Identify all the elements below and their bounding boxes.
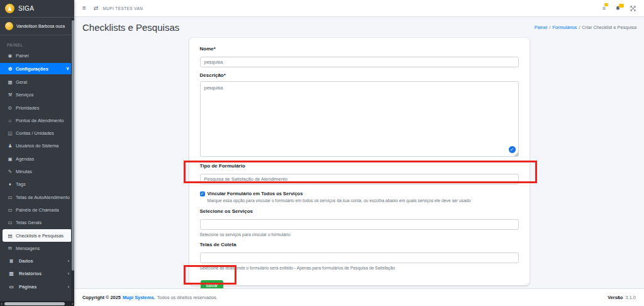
- servicos-help-text: Selecione os serviços para vincular o fo…: [200, 232, 519, 237]
- sidebar-item-configuracoes[interactable]: ⚙ Configurações ∨: [0, 63, 74, 74]
- sidebar-item-pontos-de-atendimento[interactable]: ⌂ Pontos de Atendimento: [0, 114, 74, 127]
- chevron-left-icon: ‹: [68, 271, 69, 276]
- servicos-label: Selecione os Serviços: [200, 208, 519, 214]
- servicos-input[interactable]: [200, 219, 519, 230]
- checklist-icon: ▤: [7, 233, 13, 239]
- tag-icon: ♦: [7, 181, 13, 187]
- footer-version-label: Versão: [608, 295, 623, 300]
- sidebar-item-contas-unidades[interactable]: ◫ Contas / Unidades: [0, 127, 74, 139]
- switch-account-icon[interactable]: ⇄: [94, 5, 99, 11]
- nome-field-group: Nome*: [200, 46, 519, 67]
- telas-help-text: Selecione as telas onde o formulário ser…: [200, 266, 519, 270]
- breadcrumb: Painel/Formulários/Criar Checklist e Pes…: [535, 25, 636, 30]
- chevron-down-icon: ∨: [66, 66, 69, 71]
- sidebar-item-minutas[interactable]: ✎ Minutas: [0, 165, 74, 178]
- footer: Copyright © 2025 Mupi Systems. Todos os …: [74, 288, 644, 306]
- breadcrumb-link-painel[interactable]: Painel: [535, 25, 548, 30]
- tipo-field-group: Tipo de Formulário: [200, 163, 519, 184]
- servicos-field-group: Selecione os Serviços Selecione os servi…: [200, 208, 519, 237]
- sidebar-item-usuarios-do-sistema[interactable]: ♟ Usuários do Sistema: [0, 140, 74, 152]
- chart-icon: ▥: [8, 271, 14, 276]
- page-title: Checklists e Pesquisas: [82, 22, 179, 33]
- address-book-icon: ▣: [7, 156, 13, 162]
- user-name: Vandeilson Barbosa ouza: [16, 24, 65, 28]
- app-logo-icon: ♟: [5, 4, 14, 13]
- sitemap-icon: ◫: [7, 130, 13, 136]
- tasks-list-icon[interactable]: ≡: [602, 5, 606, 11]
- breadcrumb-separator: /: [549, 25, 550, 30]
- footer-rights: Todos os direitos reservados.: [157, 295, 218, 300]
- sidebar-item-painel[interactable]: ◉ Painel: [0, 49, 74, 62]
- scrollbar-thumb[interactable]: [72, 20, 74, 271]
- vincular-checkbox[interactable]: ✓: [200, 191, 205, 196]
- sidebar-item-servicos[interactable]: ⚒ Serviços: [0, 89, 74, 101]
- scrollbar-thumb[interactable]: [4, 302, 65, 305]
- gauge-icon: ◉: [7, 53, 13, 59]
- main-area: ≡ ⇄ MUPI TESTES VAN ≡ Checklists e Pesqu…: [74, 0, 644, 306]
- vincular-help-text: Marque essa opção para vincular o formul…: [200, 198, 519, 203]
- sidebar-item-telas-gerais[interactable]: ▭ Telas Gerais: [0, 217, 74, 229]
- form-card: Nome* Descrição* pesquisa ✓ Tipo de Form…: [189, 38, 530, 285]
- top-navbar: ≡ ⇄ MUPI TESTES VAN ≡: [74, 0, 644, 17]
- sidebar-item-relatorios[interactable]: ▥ Relatórios ‹: [0, 268, 74, 280]
- printer-icon: ▦: [7, 79, 13, 85]
- hamburger-menu-icon[interactable]: ≡: [82, 5, 86, 11]
- envelope-icon: ✉: [7, 246, 13, 251]
- breadcrumb-separator: /: [579, 25, 580, 30]
- sidebar-item-agendas[interactable]: ▣ Agendas: [0, 152, 74, 165]
- brand-name: SIGA: [18, 5, 34, 12]
- telas-de-coleta-input[interactable]: [200, 252, 519, 263]
- database-icon: ≣: [8, 258, 14, 264]
- breadcrumb-link-formularios[interactable]: Formulários: [552, 25, 577, 30]
- sidebar-item-tags[interactable]: ♦ Tags: [0, 178, 74, 191]
- user-panel[interactable]: Vandeilson Barbosa ouza: [0, 18, 74, 35]
- sidebar-item-checklists-e-pesquisas[interactable]: ▤ Checklists e Pesquisas: [3, 229, 72, 242]
- monitor-icon: ▭: [7, 195, 13, 200]
- monitor-icon: ▭: [7, 207, 13, 213]
- monitor-icon: ▭: [7, 220, 13, 225]
- sidebar-item-mensagens[interactable]: ✉ Mensagens: [0, 242, 74, 254]
- nome-label: Nome*: [200, 46, 519, 52]
- vincular-label[interactable]: Vincular Formulário em Todos os Serviços: [208, 191, 303, 196]
- chevron-left-icon: ‹: [68, 259, 69, 263]
- edit-icon: ✎: [7, 169, 13, 174]
- users-icon: ♟: [7, 143, 13, 149]
- nome-input[interactable]: [200, 57, 519, 67]
- sidebar-item-geral[interactable]: ▦ Geral: [0, 76, 74, 88]
- sidebar-item-telas-de-autoatendimento[interactable]: ▭ Telas de AutoAtendimento: [0, 191, 74, 203]
- sidebar-nav: ◉ Painel ⚙ Configurações ∨ ▦ Geral ⚒ Ser…: [0, 49, 74, 293]
- sidebar-item-paineis-de-chamada[interactable]: ▭ Painéis de Chamada: [0, 203, 74, 216]
- sidebar-item-dados[interactable]: ≣ Dados ‹: [0, 254, 74, 267]
- vincular-field-group: ✓ Vincular Formulário em Todos os Serviç…: [200, 191, 519, 203]
- descricao-field-group: Descrição* pesquisa ✓: [200, 72, 519, 157]
- home-icon: ⌂: [7, 118, 13, 123]
- wrench-icon: ⚒: [7, 92, 13, 98]
- resize-grip-icon[interactable]: [514, 152, 518, 156]
- fullscreen-expand-icon[interactable]: [630, 6, 636, 11]
- sidebar-item-prioridades[interactable]: ⊙ Prioridades: [0, 101, 74, 114]
- telas-field-group: Telas de Coleta Selecione as telas onde …: [200, 242, 519, 270]
- sidebar-horizontal-scrollbar[interactable]: ◂ ▸: [0, 301, 74, 306]
- exclamation-circle-icon: ⊙: [7, 105, 13, 111]
- footer-copyright: Copyright © 2025: [82, 295, 121, 300]
- account-name[interactable]: MUPI TESTES VAN: [103, 6, 143, 11]
- sidebar-section-label: PAINEL: [7, 43, 74, 47]
- content-header: Checklists e Pesquisas Painel/Formulário…: [74, 17, 644, 37]
- tasks-badge: [604, 3, 608, 6]
- sidebar-vertical-scrollbar[interactable]: [71, 18, 74, 301]
- breadcrumb-current: Criar Checklist e Pesquisa: [582, 25, 636, 30]
- monitor-icon: ▭: [8, 284, 14, 290]
- brand[interactable]: ♟ SIGA: [0, 0, 74, 18]
- telas-de-coleta-label: Telas de Coleta: [200, 242, 519, 247]
- scroll-right-arrow-icon[interactable]: ▸: [72, 302, 74, 305]
- sidebar-item-paginas[interactable]: ▭ Páginas ‹: [0, 280, 74, 293]
- notifications-bell-icon[interactable]: [615, 6, 621, 11]
- avatar: [5, 22, 13, 30]
- descricao-textarea[interactable]: pesquisa: [200, 81, 519, 157]
- sidebar: ♟ SIGA Vandeilson Barbosa ouza PAINEL ◉ …: [0, 0, 74, 306]
- footer-company-link[interactable]: Mupi Systems.: [123, 295, 155, 300]
- tipo-formulario-label: Tipo de Formulário: [200, 163, 519, 169]
- tipo-formulario-select[interactable]: [200, 174, 519, 184]
- scroll-left-arrow-icon[interactable]: ◂: [1, 302, 3, 305]
- notifications-badge: [619, 4, 624, 8]
